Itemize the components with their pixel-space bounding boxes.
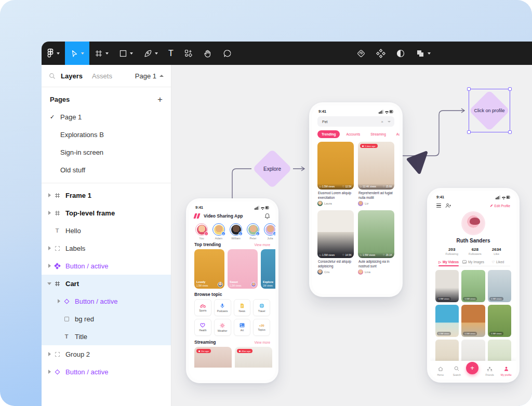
layer-hello[interactable]: T Hello [42, 222, 171, 239]
trending-section-header: Top trending View more [189, 242, 275, 247]
topic-travel: Travel [253, 299, 270, 316]
page-item-old-stuff[interactable]: Old stuff [42, 161, 171, 179]
layer-label: Button / active [75, 297, 117, 305]
text-tool-button[interactable]: T [163, 42, 179, 65]
layer-title[interactable]: T Title [42, 328, 171, 345]
selection-handle[interactable] [467, 130, 471, 134]
selection-handle[interactable] [467, 87, 471, 91]
topic-art: Art [234, 319, 251, 336]
card-title: Explore [263, 280, 273, 283]
page-item-sign-in-screen[interactable]: Sign-in screen [42, 143, 171, 161]
topic-grid: Sports Podcasts News Travel [189, 297, 275, 337]
expand-arrow-icon[interactable] [46, 352, 53, 356]
chevron-up-icon [159, 75, 164, 77]
trending-card-sweet: Sweet 1.2M views [228, 249, 258, 289]
status-time: 9:41 [436, 195, 444, 199]
layer-labels[interactable]: Labels [42, 239, 171, 257]
frame-tool-button[interactable] [89, 42, 114, 65]
nav-my-profile: My profile [499, 364, 513, 376]
expand-arrow-icon[interactable] [55, 299, 62, 303]
design-canvas[interactable]: Explore Click on profile 9:41 [171, 65, 532, 406]
mockup-phone-profile[interactable]: 9:41 Edit P [427, 188, 520, 383]
add-page-button[interactable]: + [157, 95, 163, 104]
play-icon: ▷ [438, 260, 441, 264]
video-author: Cris [317, 269, 354, 275]
expand-arrow-icon[interactable] [46, 264, 53, 268]
selection-handle[interactable] [508, 87, 512, 91]
hand-tool-button[interactable] [198, 42, 218, 65]
streaming-cards-row: 1hr ago 45m ago 42m ago [189, 345, 275, 368]
comment-tool-button[interactable] [218, 42, 237, 65]
figma-menu-button[interactable] [42, 42, 65, 65]
search-input [321, 119, 373, 124]
search-icon[interactable] [49, 73, 56, 79]
expand-arrow-icon[interactable] [46, 370, 53, 374]
expand-arrow-icon[interactable] [46, 193, 53, 197]
video-thumbnail: ▷ 1.5M views♡ 12.5K [317, 142, 354, 190]
collapse-arrow-icon[interactable] [46, 282, 53, 285]
expand-arrow-icon[interactable] [46, 246, 53, 250]
layer-frame-1[interactable]: Frame 1 [42, 186, 171, 204]
video-tile: 1.5M views [435, 305, 459, 337]
mask-button[interactable] [391, 42, 410, 65]
boolean-groups-button[interactable] [410, 42, 436, 65]
status-icons [255, 206, 269, 210]
status-icons [496, 195, 510, 199]
component-icon [53, 263, 61, 269]
page-selector[interactable]: Page 1 [135, 72, 164, 80]
move-tool-button[interactable] [65, 42, 89, 65]
profile-header: Edit Profile [430, 200, 516, 209]
add-button: + [466, 362, 478, 374]
profile-avatar [461, 211, 485, 235]
status-time: 9:41 [195, 205, 203, 210]
layer-label: Hello [65, 227, 81, 235]
person-icon [504, 367, 509, 371]
profile-tabs: ▷My Videos My Images ♡Liked [436, 260, 510, 266]
topic-label: Sports [199, 309, 206, 312]
globe-icon [259, 303, 264, 308]
pen-tool-button[interactable] [138, 42, 163, 65]
actions-button[interactable] [351, 42, 371, 65]
tab-layers[interactable]: Layers [61, 72, 83, 80]
nav-home: Home [433, 364, 448, 376]
component-library-button[interactable] [371, 42, 391, 65]
menu-icon [436, 204, 441, 208]
card-title: Lovely [196, 280, 205, 283]
card-views: 1.2M views [230, 285, 242, 287]
component-tool-button[interactable] [179, 42, 198, 65]
page-item-page1[interactable]: ✓ Page 1 [42, 108, 171, 126]
layer-button-active-instance[interactable]: Button / active [42, 292, 171, 310]
chevron-down-icon [130, 52, 133, 55]
play-badge-icon: ▸ [221, 232, 225, 236]
tab-assets[interactable]: Assets [92, 72, 112, 80]
layer-button-active-instance-2[interactable]: Button / active [42, 363, 171, 381]
stat-followers: 628 Followers [469, 247, 482, 255]
shape-tool-button[interactable] [114, 42, 138, 65]
figma-logo-icon [47, 48, 54, 59]
layer-top-level-frame[interactable]: Top-level frame [42, 204, 171, 222]
story-name: Adam [211, 237, 226, 240]
page-item-label: Sign-in screen [60, 148, 103, 156]
layer-cart[interactable]: Cart [42, 275, 171, 292]
page-item-explorations-b[interactable]: Explorations B [42, 126, 171, 143]
selection-handle[interactable] [508, 130, 512, 134]
layer-group-2[interactable]: Group 2 [42, 345, 171, 363]
page-item-label: Page 1 [60, 113, 82, 121]
card-views: 1.5M views [196, 285, 208, 287]
story-william: ▸ William [229, 223, 243, 240]
layer-bg-red[interactable]: bg red [42, 310, 171, 328]
topic-label: Travel [258, 309, 265, 313]
mockup-phone-search[interactable]: 9:41 × Trending Account [309, 102, 403, 297]
topic-label: Art [241, 329, 244, 332]
layer-button-active-component[interactable]: Button / active [42, 257, 171, 275]
chevron-down-icon [57, 52, 60, 55]
mockup-phone-home[interactable]: 9:41 Video Sharing App [186, 198, 278, 383]
news-doc-icon [240, 303, 244, 308]
expand-arrow-icon[interactable] [46, 211, 53, 215]
chip-streaming: Streaming [366, 130, 390, 138]
video-author: Laura [317, 201, 354, 206]
layer-label: bg red [75, 315, 94, 323]
edit-profile-label: Edit Profile [495, 204, 510, 208]
selection-box[interactable] [469, 89, 510, 132]
phone-search-screen: 9:41 × Trending Account [312, 105, 400, 294]
